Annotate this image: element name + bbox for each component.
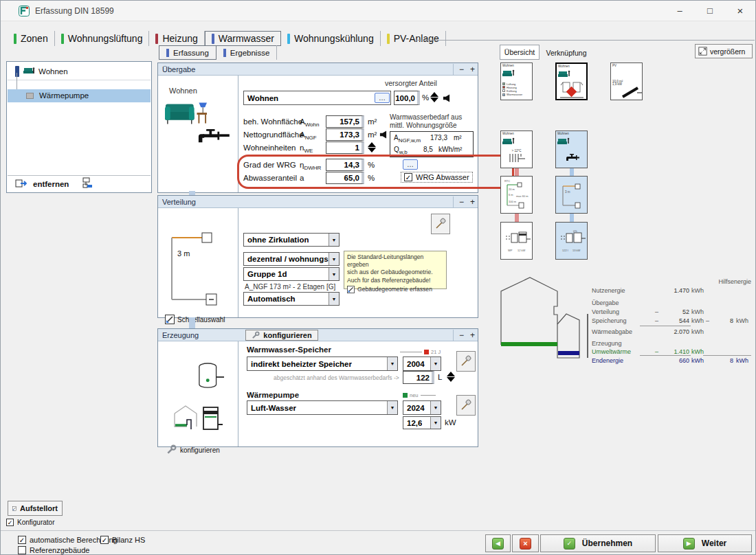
uebergabe-section: Übergabe −+ Wohnen [157,63,478,193]
versorgter-anteil-input[interactable]: 100,0 [394,91,420,105]
overview-card-lueftung[interactable]: Wohnen [555,63,588,100]
overview-card-warmwasser-erzeugung[interactable]: 0% 122 l13 kW [555,222,588,260]
energy-row-endenergie: Endenergie660kWh8kWh [592,357,756,364]
expand-button[interactable]: + [470,330,475,340]
tree-item-wohnen[interactable]: Wohnen [38,67,68,76]
tab-zonen[interactable]: Zonen [8,31,55,46]
wrg-abwasser-checkbox[interactable]: ✓ WRG Abwasser [401,172,473,183]
nettogrundflaeche-input[interactable]: 173,3 [326,128,364,141]
weiter-button[interactable]: ▶ Weiter [658,534,752,552]
tab-pv-anlage[interactable]: PV-Anlage [381,31,446,46]
edit-tool-button[interactable] [431,214,450,234]
wohneinheiten-spinner[interactable] [368,142,376,152]
bilanz-hs-checkbox[interactable]: ✓ Bilanz HS [100,536,145,544]
konfigurator-checkbox[interactable]: ✓ Konfigurator [6,519,54,526]
zirkulation-dropdown[interactable]: ohne Zirkulation▼ [243,233,340,247]
gruppe-dropdown[interactable]: Gruppe 1d▼ [243,267,340,281]
schnellauswahl-link[interactable]: Schnellauswahl [177,316,225,324]
dropdown-arrow-icon[interactable]: ▼ [387,401,397,414]
wrg-grad-input[interactable]: 14,3 [326,159,364,171]
wp-leistung-dropdown[interactable]: 12,6▼ [403,416,441,429]
overview-card-pv[interactable]: PV 10,0 m² 1,9 kW [610,63,643,100]
overview-card-warmwasser-zone[interactable]: Wohnen [555,131,588,168]
vergroessern-button[interactable]: vergrößern [695,44,753,58]
overview-card-heizung-erzeugung[interactable]: WP12 kW [500,222,533,260]
overview-tab-verknuepfung[interactable]: Verknüpfung [542,46,590,60]
overview-card-heizung-verteilung[interactable]: RTC 20 m 6 m 100 m max 60 m [500,176,533,214]
dropdown-arrow-icon[interactable]: ▼ [329,293,339,305]
tab-label: Wohnungslüftung [68,33,143,44]
speaker-icon[interactable] [443,94,450,102]
legend-swatch [502,89,505,92]
tab-color-marker [14,34,16,44]
quick-select-icon [12,504,16,513]
dropdown-arrow-icon[interactable]: ▼ [329,268,339,280]
overview-card-zone-legend[interactable]: Wohnen Lüftung Heizung Kühlung Warmwasse… [500,63,533,100]
remove-icon [15,179,28,188]
speicher-volumen-input[interactable]: 122 [403,371,434,384]
subtab-erfassung[interactable]: Erfassung [159,45,216,60]
expand-button[interactable]: + [470,65,475,74]
subtab-ergebnisse[interactable]: Ergebnisse [216,45,278,60]
wp-typ-dropdown[interactable]: Luft-Wasser▼ [247,400,398,415]
dropdown-arrow-icon[interactable]: ▼ [430,401,441,414]
speicher-label: Warmwasser-Speicher [247,346,331,354]
quick-select-icon [347,286,355,293]
remove-button[interactable]: entfernen [33,180,69,188]
dropdown-arrow-icon[interactable]: ▼ [329,253,339,265]
dropdown-arrow-icon[interactable]: ▼ [329,234,339,246]
abwasseranteil-input[interactable]: 65,0 [326,172,364,184]
cancel-button[interactable]: × [512,534,539,552]
speaker-icon[interactable] [379,131,387,139]
zone-tree-panel: Wohnen Wärmepumpe entfernen [6,61,152,193]
dropdown-arrow-icon[interactable]: ▼ [430,357,441,370]
dropdown-arrow-icon[interactable]: ▼ [387,357,397,370]
tab-heizung[interactable]: Heizung [149,31,204,46]
collapse-button[interactable]: − [459,65,464,74]
speicher-edit-button[interactable] [456,351,476,372]
referenzgebaeude-checkbox[interactable]: Referenzgebäude [18,546,89,554]
minimize-button[interactable]: – [665,1,695,21]
info-text-line1: Warmwasserbedarf aus [390,113,462,121]
wp-baujahr-dropdown[interactable]: 2024▼ [403,400,441,415]
subtab-color-marker [166,49,169,57]
konfigurieren-link[interactable]: konfigurieren [180,446,220,454]
tab-warmwasser[interactable]: Warmwasser [205,31,281,46]
weiter-label: Weiter [702,539,726,548]
info-unit: kWh/m² [438,146,462,153]
zone-select-input[interactable]: Wohnen [243,91,391,105]
overview-tab-uebersicht[interactable]: Übersicht [500,45,540,60]
overview-card-warmwasser-verteilung[interactable]: 3 m [555,176,588,214]
verteilart-dropdown[interactable]: dezentral / wohnungs▼ [243,252,340,266]
dropdown-arrow-icon[interactable]: ▼ [430,417,441,429]
wohneinheiten-input[interactable]: 1 [326,141,364,154]
maximize-button[interactable]: □ [695,1,725,21]
collapse-button[interactable]: − [459,330,464,340]
tree-item-waermepumpe[interactable]: Wärmepumpe [8,89,151,102]
overview-card-heizung-zone[interactable]: Wohnen > 12°C [500,131,533,168]
expand-button[interactable]: + [470,197,475,207]
back-button[interactable]: ◀ [485,534,511,552]
zone-browse-button[interactable]: … [375,93,390,103]
energy-row-waermeabgabe: Wärmeabgabe2.070kWh [592,328,756,335]
collapse-button[interactable]: − [459,197,464,207]
anteil-spinner[interactable] [430,92,438,102]
volumen-spinner[interactable] [447,372,455,382]
geometry-link-row[interactable]: Gebäudegeometrie erfassen [347,286,443,293]
speicher-typ-dropdown[interactable]: indirekt beheizter Speicher▼ [247,356,398,371]
tab-wohnungskuehlung[interactable]: Wohnungskühlung [281,31,381,46]
wp-edit-button[interactable] [456,395,476,416]
wrg-browse-button[interactable]: … [403,159,418,170]
close-button[interactable]: × [725,1,755,21]
speicher-baujahr-dropdown[interactable]: 2004▼ [403,356,441,371]
aufstellort-button[interactable]: Aufstellort [8,501,63,516]
uebernehmen-button[interactable]: ✓ Übernehmen [540,534,656,552]
hierarchy-icon[interactable] [81,177,93,189]
wohnflaeche-input[interactable]: 157,5 [326,115,364,128]
leitungslaenge-dropdown[interactable]: Automatisch▼ [243,292,340,306]
konfigurieren-button[interactable]: konfigurieren [245,330,318,341]
tab-wohnungslueftung[interactable]: Wohnungslüftung [55,31,150,46]
storage-tank-icon [198,362,224,391]
konfigurieren-label: konfigurieren [263,331,311,339]
section-title: Verteilung [162,198,196,206]
